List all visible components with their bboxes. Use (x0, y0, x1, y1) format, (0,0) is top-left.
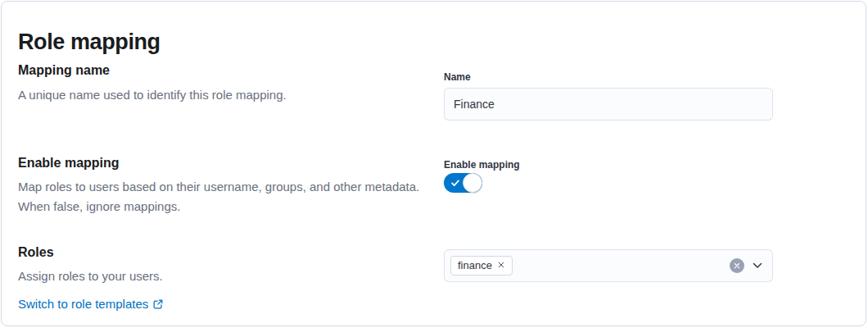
name-field-label: Name (444, 71, 471, 83)
cross-in-circle-icon (733, 262, 741, 270)
enable-mapping-description: Map roles to users based on their userna… (18, 177, 434, 216)
mapping-name-heading: Mapping name (18, 63, 110, 78)
mapping-name-description: A unique name used to identify this role… (18, 85, 434, 105)
remove-role-icon[interactable] (497, 261, 505, 271)
switch-to-role-templates-label: Switch to role templates (18, 297, 148, 311)
check-icon (450, 177, 461, 189)
enable-mapping-toggle[interactable] (444, 173, 482, 193)
role-pill-label: finance (458, 259, 492, 272)
popout-icon (152, 298, 164, 310)
role-pill: finance (450, 256, 513, 276)
roles-description: Assign roles to your users. (18, 266, 434, 286)
enable-mapping-field-label: Enable mapping (444, 159, 520, 171)
roles-heading: Roles (18, 245, 54, 260)
clear-selection-button[interactable] (730, 258, 744, 273)
switch-to-role-templates-link[interactable]: Switch to role templates (18, 297, 164, 311)
enable-mapping-heading: Enable mapping (18, 156, 120, 171)
toggle-thumb (463, 173, 482, 193)
name-input[interactable] (444, 88, 773, 121)
role-mapping-panel: Role mapping Mapping name A unique name … (1, 1, 866, 326)
roles-combobox[interactable]: finance (444, 249, 773, 282)
chevron-down-icon[interactable] (751, 259, 764, 272)
page-title: Role mapping (18, 30, 160, 55)
